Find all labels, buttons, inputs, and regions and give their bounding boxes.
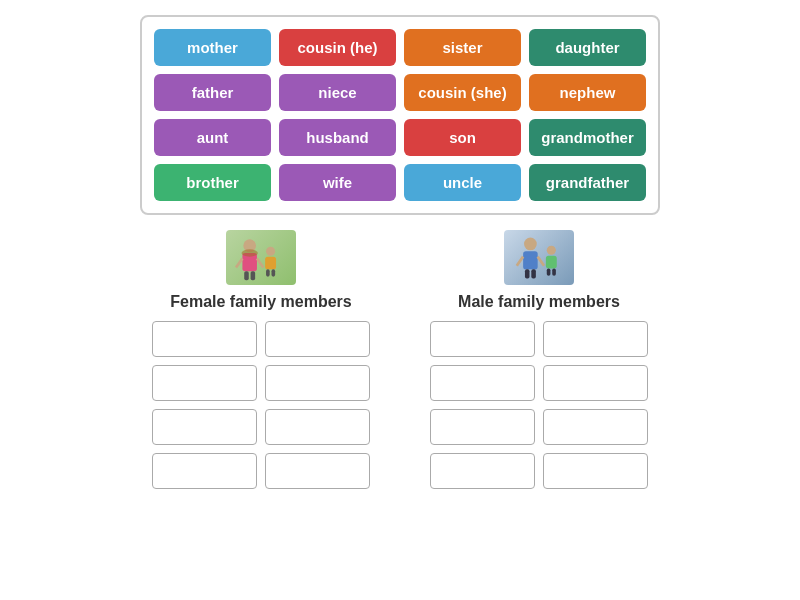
word-tile-uncle[interactable]: uncle	[404, 164, 521, 201]
female-drop-grid-box-0[interactable]	[152, 321, 257, 357]
svg-point-6	[266, 246, 275, 255]
svg-line-13	[516, 256, 522, 265]
svg-rect-20	[552, 268, 556, 275]
svg-rect-8	[266, 269, 270, 276]
svg-rect-15	[524, 269, 529, 278]
svg-point-17	[546, 245, 555, 254]
svg-rect-4	[244, 271, 249, 280]
word-tile-aunt[interactable]: aunt	[154, 119, 271, 156]
svg-point-11	[524, 237, 537, 250]
word-tile-wife[interactable]: wife	[279, 164, 396, 201]
word-tile-grandfather[interactable]: grandfather	[529, 164, 646, 201]
word-tile-grandmother[interactable]: grandmother	[529, 119, 646, 156]
male-drop-grid-box-2[interactable]	[430, 365, 535, 401]
svg-line-14	[537, 256, 543, 265]
male-drop-grid-box-5[interactable]	[543, 409, 648, 445]
female-drop-grid-box-2[interactable]	[152, 365, 257, 401]
word-tile-daughter[interactable]: daughter	[529, 29, 646, 66]
female-category-label: Female family members	[170, 293, 351, 311]
svg-rect-9	[271, 269, 275, 276]
female-drop-grid-box-5[interactable]	[265, 409, 370, 445]
male-category-label: Male family members	[458, 293, 620, 311]
male-drop-grid-box-4[interactable]	[430, 409, 535, 445]
female-drop-grid-box-4[interactable]	[152, 409, 257, 445]
male-category: Male family members	[430, 230, 648, 489]
word-tile-niece[interactable]: niece	[279, 74, 396, 111]
male-drop-grid-box-1[interactable]	[543, 321, 648, 357]
word-tile-sister[interactable]: sister	[404, 29, 521, 66]
female-drop-grid	[152, 321, 370, 489]
female-drop-grid-box-3[interactable]	[265, 365, 370, 401]
female-category: Female family members	[152, 230, 370, 489]
word-tile-husband[interactable]: husband	[279, 119, 396, 156]
word-tile-mother[interactable]: mother	[154, 29, 271, 66]
bottom-section: Female family members Male family member…	[0, 230, 800, 489]
female-drop-grid-box-1[interactable]	[265, 321, 370, 357]
female-drop-grid-box-6[interactable]	[152, 453, 257, 489]
male-drop-grid-box-6[interactable]	[430, 453, 535, 489]
word-bank-container: mothercousin (he)sisterdaughterfathernie…	[140, 15, 660, 215]
svg-rect-5	[250, 271, 255, 280]
svg-line-2	[236, 258, 242, 267]
male-drop-grid-box-7[interactable]	[543, 453, 648, 489]
male-drop-grid-box-3[interactable]	[543, 365, 648, 401]
female-drop-grid-box-7[interactable]	[265, 453, 370, 489]
word-tile-son[interactable]: son	[404, 119, 521, 156]
word-tile-nephew[interactable]: nephew	[529, 74, 646, 111]
svg-rect-7	[265, 256, 276, 269]
svg-rect-16	[531, 269, 536, 278]
male-image	[504, 230, 574, 285]
male-drop-grid	[430, 321, 648, 489]
word-tile-cousin-he[interactable]: cousin (he)	[279, 29, 396, 66]
svg-point-10	[241, 249, 257, 256]
svg-rect-19	[546, 268, 550, 275]
word-tile-cousin-she[interactable]: cousin (she)	[404, 74, 521, 111]
svg-rect-12	[523, 251, 538, 269]
word-tile-father[interactable]: father	[154, 74, 271, 111]
svg-rect-18	[545, 255, 556, 268]
female-image	[226, 230, 296, 285]
word-tile-brother[interactable]: brother	[154, 164, 271, 201]
svg-line-3	[256, 258, 262, 267]
male-drop-grid-box-0[interactable]	[430, 321, 535, 357]
